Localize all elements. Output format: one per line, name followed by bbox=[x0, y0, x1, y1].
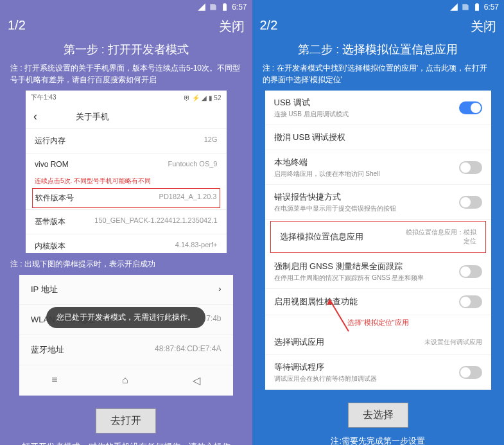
toggle-off-icon[interactable] bbox=[459, 196, 482, 209]
go-select-button[interactable]: 去选择 bbox=[348, 403, 408, 428]
setting-debug-app[interactable]: 选择调试应用 未设置任何调试应用 bbox=[265, 330, 492, 355]
menu-icon: ≡ bbox=[51, 374, 57, 387]
mock-navbar: ≡ ⌂ ◁ bbox=[19, 365, 233, 396]
step2-panel: 6:57 2/2 关闭 第二步 : 选择模拟位置信息应用 注 : 在开发者模式中… bbox=[252, 0, 505, 445]
setting-force-gnss[interactable]: 强制启用 GNSS 测量结果全面跟踪 在停用工作周期的情况下跟踪所有 GNSS … bbox=[265, 254, 492, 289]
back-icon: ‹ bbox=[33, 110, 37, 123]
setting-mock-location-highlighted: 选择模拟位置信息应用 模拟位置信息应用：模拟定位 bbox=[270, 221, 487, 253]
status-time: 6:57 bbox=[484, 3, 499, 12]
home-icon: ⌂ bbox=[122, 374, 128, 387]
close-button[interactable]: 关闭 bbox=[471, 18, 496, 35]
step-title: 第二步 : 选择模拟位置信息应用 bbox=[252, 42, 505, 57]
mock-status-bar: 下午1:43 ⛨ ⚡ ◢ ▮ 52 bbox=[26, 91, 227, 105]
step-title: 第一步 : 打开开发者模式 bbox=[0, 42, 252, 57]
step1-panel: 6:57 1/2 关闭 第一步 : 打开开发者模式 注 : 打开系统设置的关于手… bbox=[0, 0, 252, 445]
red-hint: 选择"模拟定位"应用 bbox=[265, 315, 492, 330]
back-nav-icon: ◁ bbox=[193, 374, 200, 387]
bottom-note: 打开开发者模式，对你的手机没有任何损伤，请放心操作 bbox=[0, 441, 252, 445]
step-note: 注 : 打开系统设置的关于手机界面，版本号连续点击5-10次。不同型号手机略有差… bbox=[0, 57, 252, 91]
mock-row-rom: vivo ROMFuntouch OS_9 bbox=[26, 153, 227, 175]
developer-toast-mock: IP 地址› WLAN MAC 地址7:4b 您已处于开发者模式，无需进行此操作… bbox=[19, 275, 233, 396]
mock-row-baseband: 基带版本150_GEN_PACK-1.224412.1.235042.1 bbox=[26, 209, 227, 234]
setting-usb-debug[interactable]: USB 调试 连接 USB 后启用调试模式 bbox=[265, 91, 492, 125]
topbar: 1/2 关闭 bbox=[0, 14, 252, 39]
signal-triangle-icon bbox=[449, 3, 458, 12]
setting-view-attr[interactable]: 启用视图属性检查功能 bbox=[265, 289, 492, 315]
mock-row-memory: 运行内存12G bbox=[26, 128, 227, 153]
android-status-bar: 6:57 bbox=[0, 0, 252, 14]
mock-row-kernel: 内核版本4.14.83-perf+ bbox=[26, 234, 227, 253]
setting-wait-debugger[interactable]: 等待调试程序 调试应用会在执行前等待附加调试器 bbox=[265, 355, 492, 390]
page-indicator: 1/2 bbox=[8, 18, 26, 35]
topbar: 2/2 关闭 bbox=[252, 14, 505, 39]
close-button[interactable]: 关闭 bbox=[219, 18, 245, 35]
bottom-note: 注:需要先完成第一步设置 bbox=[252, 435, 505, 445]
developer-options-mock: USB 调试 连接 USB 后启用调试模式 撤消 USB 调试授权 本地终端 启… bbox=[265, 91, 492, 390]
page-indicator: 2/2 bbox=[260, 18, 278, 35]
about-phone-mock: 下午1:43 ⛨ ⚡ ◢ ▮ 52 ‹ 关于手机 运行内存12G vivo RO… bbox=[26, 91, 227, 253]
go-open-button[interactable]: 去打开 bbox=[96, 408, 156, 433]
toggle-off-icon[interactable] bbox=[459, 265, 482, 278]
mock-header: ‹ 关于手机 bbox=[26, 105, 227, 128]
developer-mode-toast: 您已处于开发者模式，无需进行此操作。 bbox=[46, 307, 205, 328]
setting-local-terminal[interactable]: 本地终端 启用终端应用，以便在本地访问 Shell bbox=[265, 150, 492, 185]
step-note-2: 注 : 出现下图的弹框提示时，表示开启成功 bbox=[0, 253, 252, 275]
setting-revoke-usb[interactable]: 撤消 USB 调试授权 bbox=[265, 125, 492, 150]
setting-bug-report[interactable]: 错误报告快捷方式 在电源菜单中显示用于提交错误报告的按钮 bbox=[265, 185, 492, 220]
battery-icon bbox=[473, 3, 482, 12]
mock2-bt: 蓝牙地址48:87:64:CD:E7:4A bbox=[19, 335, 233, 365]
mock-warning: 连续点击5次. 不同型号手机可能略有不同 bbox=[26, 175, 227, 187]
mock2-ip: IP 地址› bbox=[19, 275, 233, 305]
toggle-off-icon[interactable] bbox=[459, 366, 482, 379]
step-note: 注 : 在开发者模式中找到'选择模拟位置的应用'，点击此项，在打开的界面中选择'… bbox=[252, 57, 505, 91]
toggle-on-icon[interactable] bbox=[459, 101, 482, 114]
signal-triangle-icon bbox=[197, 3, 206, 12]
toggle-off-icon[interactable] bbox=[459, 295, 482, 308]
mock-row-version-highlighted: 软件版本号PD1824_A_1.20.3 bbox=[32, 188, 220, 208]
no-sim-icon bbox=[209, 3, 218, 12]
status-time: 6:57 bbox=[232, 3, 247, 12]
setting-mock-location[interactable]: 选择模拟位置信息应用 模拟位置信息应用：模拟定位 bbox=[271, 222, 486, 252]
battery-icon bbox=[220, 3, 229, 12]
toggle-off-icon[interactable] bbox=[459, 161, 482, 174]
chevron-right-icon: › bbox=[218, 284, 221, 295]
no-sim-icon bbox=[461, 3, 470, 12]
android-status-bar: 6:57 bbox=[252, 0, 505, 14]
